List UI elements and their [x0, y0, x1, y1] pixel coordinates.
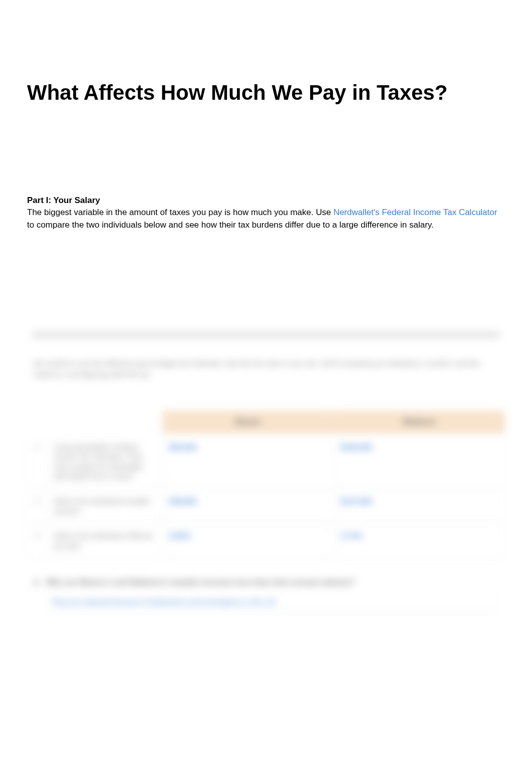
- intro-text-before: The biggest variable in the amount of ta…: [27, 208, 333, 217]
- table-header-row: Mason Madison: [27, 411, 505, 434]
- table-row: 1 Using Nerdwallet's Federal Income Tax …: [27, 437, 505, 488]
- row-number: 2: [27, 491, 47, 522]
- row-label: What is the individual's effective tax r…: [49, 525, 162, 557]
- part-1-heading: Part I: Your Salary: [27, 196, 505, 206]
- row-number: 3: [27, 525, 47, 557]
- comparison-table: Mason Madison 1 Using Nerdwallet's Feder…: [27, 411, 505, 557]
- row-value-madison: $137,000: [336, 491, 505, 522]
- question-bullet: Why are Mason's and Madison's taxable in…: [34, 577, 498, 588]
- row-value-mason: $38,000: [164, 491, 334, 522]
- row-value-madison: $150,000: [336, 437, 505, 488]
- page-title: What Affects How Much We Pay in Taxes?: [27, 80, 505, 105]
- blurred-divider: [32, 332, 500, 338]
- part-1-section: Part I: Your Salary The biggest variable…: [27, 196, 505, 231]
- intro-text-after: to compare the two individuals below and…: [27, 220, 434, 230]
- blurred-content: Be careful to use the effective (percent…: [27, 332, 505, 611]
- table-header-empty: [27, 411, 162, 434]
- row-value-mason: $50,000: [164, 437, 334, 488]
- table-header-mason: Mason: [162, 411, 334, 434]
- row-value-mason: 8.00%: [164, 525, 334, 557]
- answer-box: They are reduced because of deductions a…: [46, 593, 498, 611]
- table-row: 3 What is the individual's effective tax…: [27, 525, 505, 557]
- blurred-paragraph: Be careful to use the effective (percent…: [27, 358, 505, 380]
- row-label: Using Nerdwallet's Federal Income Tax Ca…: [49, 437, 162, 488]
- table-row: 2 What is the individual's taxable incom…: [27, 491, 505, 522]
- row-number: 1: [27, 437, 47, 488]
- row-value-madison: 17.5%: [336, 525, 505, 557]
- bullet-icon: [34, 580, 38, 584]
- question-text: Why are Mason's and Madison's taxable in…: [46, 577, 355, 588]
- question-section: Why are Mason's and Madison's taxable in…: [27, 577, 505, 611]
- table-header-madison: Madison: [334, 411, 505, 434]
- row-label: What is the individual's taxable income?: [49, 491, 162, 522]
- nerdwallet-link[interactable]: Nerdwallet's Federal Income Tax Calculat…: [333, 208, 497, 217]
- part-1-intro: The biggest variable in the amount of ta…: [27, 207, 505, 231]
